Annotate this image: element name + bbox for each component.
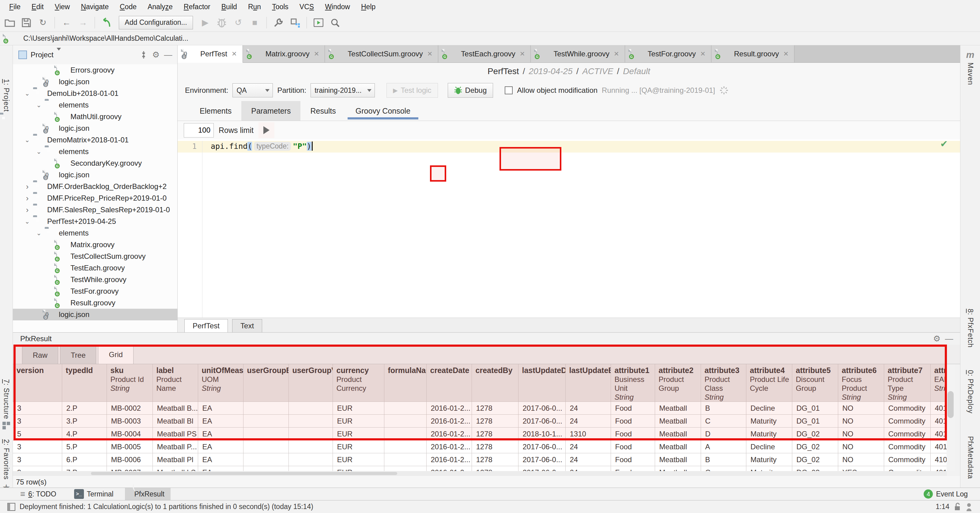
hide-panel-icon[interactable]: — xyxy=(943,333,955,345)
grid-cell[interactable]: DG_02 xyxy=(792,427,838,440)
chevron-down-icon[interactable] xyxy=(57,51,61,59)
table-row[interactable]: 33.PMB-0003Meatball BlEAEUR2016-01-2...1… xyxy=(13,415,947,427)
grid-cell[interactable]: Food xyxy=(611,402,655,415)
grid-cell[interactable]: 1278 xyxy=(472,466,518,472)
menu-navigate[interactable]: Navigate xyxy=(76,2,114,12)
grid-cell[interactable] xyxy=(288,415,332,427)
stripe-item-pfxmetadata[interactable]: PfxMetadata xyxy=(960,434,980,479)
grid-cell[interactable] xyxy=(384,466,426,472)
format-tab-grid[interactable]: Grid xyxy=(98,345,133,364)
grid-cell[interactable] xyxy=(243,415,288,427)
grid-cell[interactable] xyxy=(288,427,332,440)
grid-cell[interactable]: 3.P xyxy=(62,415,107,427)
grid-column-header[interactable]: unitOfMeasuUOMString xyxy=(198,364,243,402)
menu-file[interactable]: File xyxy=(4,2,25,12)
toolwindow-button-pfxresult[interactable]: PfxResult xyxy=(125,488,170,500)
grid-column-header[interactable]: lastUpdateBy xyxy=(565,364,611,402)
forward-icon[interactable]: → xyxy=(76,16,90,29)
grid-cell[interactable]: 3 xyxy=(13,453,62,466)
tree-item-dmf-orderbacklog_orderbacklog-2[interactable]: ›DMF.OrderBacklog_OrderBacklog+2 xyxy=(13,181,177,192)
menu-window[interactable]: Window xyxy=(320,2,355,12)
test-logic-button[interactable]: ▶ Test logic xyxy=(387,83,438,98)
grid-cell[interactable]: Maturity xyxy=(746,453,792,466)
grid-cell[interactable]: 4013389 xyxy=(931,415,947,427)
grid-cell[interactable]: EUR xyxy=(332,415,384,427)
grid-cell[interactable]: Maturity xyxy=(746,427,792,440)
grid-cell[interactable]: Commodity xyxy=(884,466,931,472)
event-log-button[interactable]: 4Event Log xyxy=(918,488,974,500)
grid-cell[interactable] xyxy=(384,453,426,466)
grid-cell[interactable]: EA xyxy=(198,440,243,453)
grid-cell[interactable]: Meatball Pl xyxy=(153,453,198,466)
close-icon[interactable]: ✕ xyxy=(232,50,237,57)
grid-cell[interactable]: D xyxy=(701,427,746,440)
grid-cell[interactable]: 24 xyxy=(565,453,611,466)
project-structure-icon[interactable] xyxy=(288,16,302,29)
stop-icon[interactable]: ■ xyxy=(248,16,261,29)
grid-cell[interactable]: C xyxy=(701,466,746,472)
grid-cell[interactable]: 3 xyxy=(13,415,62,427)
hide-panel-icon[interactable]: — xyxy=(162,49,174,61)
grid-cell[interactable]: DG_02 xyxy=(792,453,838,466)
close-icon[interactable]: ✕ xyxy=(314,50,320,57)
stripe-item-2-favorites[interactable]: 2: Favorites★ xyxy=(0,439,13,493)
grid-cell[interactable]: EA xyxy=(198,466,243,472)
close-icon[interactable]: ✕ xyxy=(783,50,789,57)
grid-cell[interactable]: Commodity xyxy=(884,402,931,415)
grid-cell[interactable]: Maturity xyxy=(746,466,792,472)
grid-cell[interactable]: Commodity xyxy=(884,415,931,427)
grid-column-header[interactable]: attribute5Discount Group xyxy=(792,364,838,402)
grid-column-header[interactable]: typedId xyxy=(62,364,107,402)
grid-column-header[interactable]: lastUpdateDa xyxy=(518,364,565,402)
menu-tools[interactable]: Tools xyxy=(267,2,293,12)
tree-item-testeach-groovy[interactable]: GTestEach.groovy xyxy=(13,262,177,274)
grid-cell[interactable]: Decline xyxy=(746,440,792,453)
tree-item-demomatrix-2018-01-01[interactable]: ⌄DemoMatrix+2018-01-01 xyxy=(13,134,177,146)
grid-column-header[interactable]: attribute7Product TypeString xyxy=(884,364,931,402)
stripe-item-0-pfxdeploy[interactable]: 0: PfxDeploy xyxy=(960,368,980,413)
editor-tab-testeach-groovy[interactable]: GTestEach.groovy✕ xyxy=(438,45,531,62)
grid-cell[interactable]: DG_01 xyxy=(792,415,838,427)
subtab-groovy-console[interactable]: Groovy Console xyxy=(346,101,420,121)
grid-cell[interactable]: B xyxy=(701,402,746,415)
format-tab-tree[interactable]: Tree xyxy=(60,346,96,364)
groovy-console-editor[interactable]: 1 api.find(typeCode:"P") ✔ xyxy=(178,141,960,318)
grid-cell[interactable]: Meatball xyxy=(655,440,701,453)
editor-tab-testfor-groovy[interactable]: GTestFor.groovy✕ xyxy=(625,45,711,62)
unlock-icon[interactable] xyxy=(954,503,961,511)
gear-icon[interactable]: ⚙ xyxy=(931,333,943,345)
grid-cell[interactable]: Decline xyxy=(746,402,792,415)
tree-item-testcollectsum-groovy[interactable]: GTestCollectSum.groovy xyxy=(13,250,177,262)
grid-cell[interactable]: EUR xyxy=(332,402,384,415)
editor-tab-perftest[interactable]: {}{}PerfTest✕ xyxy=(178,45,243,63)
menu-edit[interactable]: Edit xyxy=(27,2,49,12)
table-row[interactable]: 32.PMB-0002Meatball B...EAEUR2016-01-2..… xyxy=(13,402,947,415)
tree-item-testfor-groovy[interactable]: GTestFor.groovy xyxy=(13,285,177,297)
editor-tab-matrix-groovy[interactable]: GMatrix.groovy✕ xyxy=(243,45,325,62)
grid-cell[interactable]: 2018-10-1... xyxy=(518,427,565,440)
stripe-item-7-structure[interactable]: 7: Structure xyxy=(0,379,13,430)
partition-select[interactable]: training-2019... xyxy=(310,83,375,97)
subtab-elements[interactable]: Elements xyxy=(190,101,241,121)
tree-item-elements[interactable]: ⌄elements xyxy=(13,99,177,111)
undo-arrow-icon[interactable] xyxy=(100,16,113,29)
grid-cell[interactable] xyxy=(243,427,288,440)
table-row[interactable]: 37.PMB-0007Meatball LSEAEUR2016-01-2...1… xyxy=(13,466,947,472)
chevron-right-icon[interactable]: › xyxy=(21,205,33,215)
run-query-button[interactable] xyxy=(258,122,274,138)
grid-cell[interactable]: EUR xyxy=(332,453,384,466)
grid-cell[interactable]: 1278 xyxy=(472,453,518,466)
grid-cell[interactable] xyxy=(288,453,332,466)
chevron-right-icon[interactable]: › xyxy=(21,182,33,191)
stripe-item-8-pfxfetch[interactable]: 8: PfxFetch xyxy=(960,306,980,347)
grid-cell[interactable]: Food xyxy=(611,453,655,466)
grid-cell[interactable] xyxy=(243,440,288,453)
grid-column-header[interactable]: formulaNam xyxy=(384,364,426,402)
grid-cell[interactable]: 5 xyxy=(13,427,62,440)
tree-item-elements[interactable]: ⌄elements xyxy=(13,146,177,158)
grid-cell[interactable]: DG_03 xyxy=(792,466,838,472)
grid-cell[interactable] xyxy=(384,402,426,415)
grid-cell[interactable]: 2017-06-0... xyxy=(518,415,565,427)
coverage-icon[interactable]: ↺ xyxy=(232,16,245,29)
grid-cell[interactable]: 1278 xyxy=(472,427,518,440)
